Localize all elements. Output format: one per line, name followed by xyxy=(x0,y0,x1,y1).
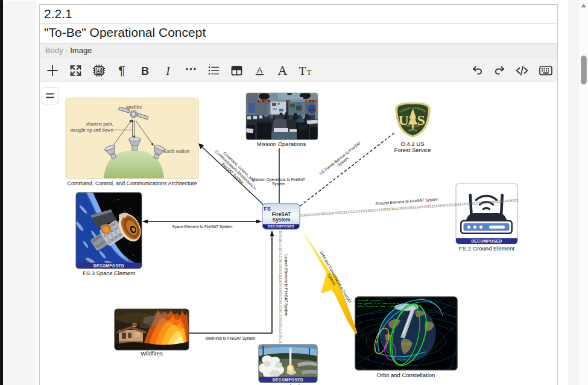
svg-text:FS.3 Space Element: FS.3 Space Element xyxy=(83,270,135,276)
svg-text:B: B xyxy=(141,65,149,77)
svg-text:I: I xyxy=(166,65,171,77)
svg-text:A: A xyxy=(257,66,262,75)
svg-text:FireSAT: FireSAT xyxy=(272,211,291,217)
svg-text:U: U xyxy=(399,112,409,128)
svg-text:shortest path,: shortest path, xyxy=(86,121,113,127)
svg-text:Mission Operations: Mission Operations xyxy=(257,141,306,147)
svg-text:Newcastle: Newcastle xyxy=(402,343,411,345)
svg-text:orbit_Pla3_Error (km):: orbit_Pla3_Error (km): 4.39174 xyxy=(358,305,397,308)
svg-text:Asteroid 2T_Error: Asteroid 2T_Error xyxy=(358,299,380,302)
svg-text:T: T xyxy=(307,68,312,77)
svg-text:WildFires to FireSAT System: WildFires to FireSAT System xyxy=(206,336,256,341)
svg-text:Orbit and Constellation: Orbit and Constellation xyxy=(377,372,435,378)
svg-text:Earth station: Earth station xyxy=(163,148,190,154)
svg-text:DECOMPOSED: DECOMPOSED xyxy=(273,378,303,382)
svg-text:100011010110111010100001111110: 1000110101101110101000011111100000000110… xyxy=(279,231,282,344)
svg-text:AI: AI xyxy=(97,69,101,73)
svg-text:FS: FS xyxy=(264,206,271,212)
svg-text:Forest Service: Forest Service xyxy=(394,147,431,153)
svg-text:US Forest Service to FireSAT: US Forest Service to FireSAT xyxy=(318,141,361,176)
svg-text:Launch Element to FireSAT Syst: Launch Element to FireSAT System xyxy=(283,255,288,317)
svg-text:A: A xyxy=(278,63,288,78)
svg-text:satellite: satellite xyxy=(126,104,142,110)
svg-text:Communications Architecture to: Communications Architecture to xyxy=(215,149,258,191)
svg-text:FS.4 Launch Element: FS.4 Launch Element xyxy=(261,383,316,385)
svg-text:Time (UTCG): 2 Jul 1998 0: Time (UTCG): 2 Jul 1998 02:18:23.24 xyxy=(358,302,403,305)
svg-text:System: System xyxy=(273,217,291,223)
svg-text:S: S xyxy=(417,112,425,128)
svg-text:FS.2 Ground Element: FS.2 Ground Element xyxy=(459,245,514,252)
svg-text:DECOMPOSED: DECOMPOSED xyxy=(93,264,124,268)
svg-text:Space Element to FireSAT Syste: Space Element to FireSAT System xyxy=(172,224,233,229)
svg-text:straight up and down: straight up and down xyxy=(70,127,113,133)
svg-text:System: System xyxy=(272,182,285,186)
svg-text:¶: ¶ xyxy=(118,63,125,77)
svg-text:DECOMPOSED: DECOMPOSED xyxy=(268,224,294,228)
svg-text:Wildfires: Wildfires xyxy=(141,350,163,357)
svg-text:Command, Control, and Communic: Command, Control, and Communications Arc… xyxy=(67,180,197,186)
svg-text:DECOMPOSED: DECOMPOSED xyxy=(471,239,502,243)
svg-text:Sat_1001_Area: Sat_1001_Area xyxy=(393,358,407,361)
svg-text:T: T xyxy=(299,65,306,77)
